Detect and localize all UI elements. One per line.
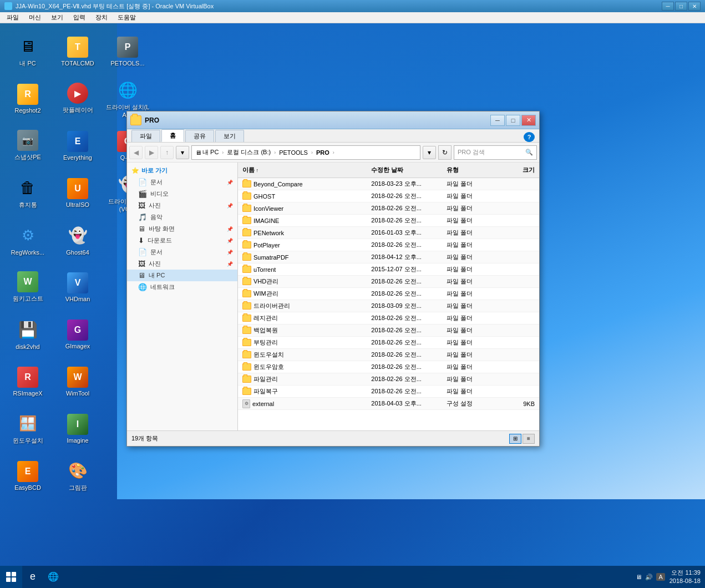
nav-dropdown-button[interactable]: ▾ xyxy=(423,146,436,159)
tree-item-photo2[interactable]: 🖼 사진 📌 xyxy=(127,258,237,270)
desktop-icon-regshot2[interactable]: R Regshot2 xyxy=(3,75,53,122)
col-header-date[interactable]: 수정한 날짜 xyxy=(367,166,442,174)
vbox-menu-help[interactable]: 도움말 xyxy=(113,12,140,23)
col-header-name[interactable]: 이름 xyxy=(238,166,367,174)
desktop-icon-everything[interactable]: E Everything xyxy=(53,122,103,169)
file-row-driver-mgmt[interactable]: 드라이버관리 2018-03-09 오전... 파일 폴더 xyxy=(238,300,539,312)
desktop-icon-easybcd[interactable]: E EasyBCD xyxy=(3,452,53,499)
file-row-backup[interactable]: 백업복원 2018-02-26 오전... 파일 폴더 xyxy=(238,325,539,337)
file-row-filemgmt[interactable]: 파일관리 2018-02-26 오전... 파일 폴더 xyxy=(238,373,539,386)
nav-up-button[interactable]: ↑ xyxy=(160,146,174,159)
desktop-icon-potplayer[interactable]: ▶ 팟플레이어 xyxy=(53,75,103,122)
file-name-registry: 레지관리 xyxy=(238,314,367,322)
vbox-menu-machine[interactable]: 머신 xyxy=(24,12,45,23)
desktop-icon-gimagex[interactable]: G GImagex xyxy=(53,311,103,358)
col-header-type[interactable]: 유형 xyxy=(442,166,496,174)
file-row-utorrent[interactable]: uTorrent 2015-12-07 오전... 파일 폴더 xyxy=(238,263,539,276)
vbox-maximize-button[interactable]: □ xyxy=(675,2,687,11)
explorer-maximize-button[interactable]: □ xyxy=(506,115,520,126)
desktop-icon-imagine[interactable]: I Imagine xyxy=(53,405,103,452)
file-row-imagine[interactable]: IMAGINE 2018-02-26 오전... 파일 폴더 xyxy=(238,215,539,227)
tree-item-desktop[interactable]: 🖥 바탕 화면 📌 xyxy=(127,223,237,235)
file-row-external[interactable]: ⚙ external 2018-04-03 오후... 구성 설정 9KB xyxy=(238,398,539,410)
tree-item-video[interactable]: 🎬 비디오 xyxy=(127,188,237,200)
ribbon-tab-share[interactable]: 공유 xyxy=(185,130,214,142)
vbox-title-area: JJA-Win10_X64_PE-Ⅶ.vhd 부팅 테스트 [실행 중] - O… xyxy=(4,2,214,11)
col-header-size[interactable]: 크기 xyxy=(496,166,539,174)
ribbon-tab-home[interactable]: 홈 xyxy=(161,129,184,142)
desktop-icon-wimkigo[interactable]: W 윔키고스트 xyxy=(3,263,53,311)
tree-item-download[interactable]: ⬇ 다운로드 📌 xyxy=(127,235,237,246)
desktop-icon-paint[interactable]: 🎨 그림판 xyxy=(53,452,103,499)
file-row-beyond-compare[interactable]: Beyond_Compare 2018-03-23 오후... 파일 폴더 xyxy=(238,178,539,190)
start-button[interactable] xyxy=(0,566,22,588)
tree-item-document1[interactable]: 📄 문서 📌 xyxy=(127,176,237,188)
wimkigo-label: 윔키고스트 xyxy=(13,295,43,303)
taskbar-right: 🖥 🔊 A 오전 11:39 2018-08-18 xyxy=(631,569,705,586)
file-row-iconviewer[interactable]: IconViewer 2018-02-26 오전... 파일 폴더 xyxy=(238,202,539,215)
explorer-statusbar: 19개 항목 ⊞ ≡ xyxy=(127,430,539,446)
folder-icon xyxy=(242,302,251,310)
explorer-close-button[interactable]: ✕ xyxy=(521,115,536,126)
tree-item-music[interactable]: 🎵 음악 xyxy=(127,211,237,223)
quick-access-header[interactable]: ⭐ 바로 가기 xyxy=(127,165,237,176)
desktop-icon-ghost64[interactable]: 👻 Ghost64 xyxy=(53,216,103,263)
file-row-wininstall[interactable]: 윈도우설치 2018-02-26 오전... 파일 폴더 xyxy=(238,349,539,361)
taskbar-item-ie[interactable]: e xyxy=(24,567,41,587)
desktop-icon-totalcmd[interactable]: T TOTALCMD xyxy=(53,28,103,75)
address-drive[interactable]: 로컬 디스크 (B:) xyxy=(227,148,271,156)
address-petools[interactable]: PETOOLS xyxy=(279,149,308,156)
file-type-external: 구성 설정 xyxy=(442,399,496,408)
file-date-external: 2018-04-03 오후... xyxy=(367,399,442,408)
desktop-icon-snappe[interactable]: 📷 스냅샷PE xyxy=(3,122,53,169)
address-bar[interactable]: 🖥 내 PC › 로컬 디스크 (B:) › PETOOLS › PRO › xyxy=(191,145,420,160)
desktop-icon-ultraiso[interactable]: U UltraISO xyxy=(53,169,103,216)
address-pro[interactable]: PRO xyxy=(316,149,329,156)
nav-forward-button[interactable]: ▶ xyxy=(145,146,158,159)
ribbon-tab-view[interactable]: 보기 xyxy=(215,130,244,142)
tree-item-document2[interactable]: 📄 문서 📌 xyxy=(127,246,237,258)
view-list-button[interactable]: ≡ xyxy=(523,434,535,444)
file-row-wim[interactable]: WIM관리 2018-02-26 오전... 파일 폴더 xyxy=(238,288,539,300)
vbox-menu-input[interactable]: 입력 xyxy=(69,12,90,23)
taskbar-item-network[interactable]: 🌐 xyxy=(42,567,64,587)
regworks-icon: ⚙ xyxy=(17,225,39,247)
file-row-ghost[interactable]: GHOST 2018-02-26 오전... 파일 폴더 xyxy=(238,190,539,202)
desktop-icon-regworks[interactable]: ⚙ RegWorks... xyxy=(3,216,53,263)
vbox-minimize-button[interactable]: ─ xyxy=(662,2,674,11)
search-bar[interactable]: PRO 검색 🔍 xyxy=(454,145,537,160)
folder-icon xyxy=(242,351,251,358)
tree-item-network[interactable]: 🌐 네트워크 xyxy=(127,281,237,293)
trash-label: 휴지통 xyxy=(19,201,37,209)
nav-recent-button[interactable]: ▾ xyxy=(176,146,189,159)
view-detail-button[interactable]: ⊞ xyxy=(509,434,521,444)
ribbon-tab-file[interactable]: 파일 xyxy=(131,130,160,142)
explorer-minimize-button[interactable]: ─ xyxy=(490,115,505,126)
file-row-winpassword[interactable]: 윈도우암호 2018-02-26 오전... 파일 폴더 xyxy=(238,361,539,373)
file-row-penetwork[interactable]: PENetwork 2016-01-03 오후... 파일 폴더 xyxy=(238,227,539,239)
file-row-registry[interactable]: 레지관리 2018-02-26 오전... 파일 폴더 xyxy=(238,312,539,325)
vbox-menu-view[interactable]: 보기 xyxy=(47,12,68,23)
tree-item-my-pc[interactable]: 🖥 내 PC xyxy=(127,270,237,281)
desktop-icon-winsetup[interactable]: 🪟 윈도우설치 xyxy=(3,405,53,452)
file-row-boot[interactable]: 부팅관리 2018-02-26 오전... 파일 폴더 xyxy=(238,337,539,349)
desktop-icon-disk2vhd[interactable]: 💾 disk2vhd xyxy=(3,311,53,358)
file-row-vhd[interactable]: VHD관리 2018-02-26 오전... 파일 폴더 xyxy=(238,276,539,288)
vbox-menu-file[interactable]: 파일 xyxy=(2,12,23,23)
desktop-icon-wimtool[interactable]: W WimTool xyxy=(53,358,103,405)
file-row-sumatra[interactable]: SumatraPDF 2018-04-12 오후... 파일 폴더 xyxy=(238,251,539,263)
desktop-icon-vhdman[interactable]: V VHDman xyxy=(53,263,103,311)
desktop-icon-petools[interactable]: P PETOOLS... xyxy=(103,28,153,75)
nav-refresh-button[interactable]: ↻ xyxy=(438,145,452,160)
file-row-potplayer[interactable]: PotPlayer 2018-02-26 오전... 파일 폴더 xyxy=(238,239,539,251)
desktop-icon-trash[interactable]: 🗑 휴지통 xyxy=(3,169,53,216)
nav-back-button[interactable]: ◀ xyxy=(129,146,143,159)
desktop-icon-rsimagex[interactable]: R RSImageX xyxy=(3,358,53,405)
vbox-menu-devices[interactable]: 장치 xyxy=(91,12,112,23)
address-pc[interactable]: 🖥 내 PC xyxy=(195,148,219,156)
file-row-filerecover[interactable]: 파일복구 2018-02-26 오전... 파일 폴더 xyxy=(238,386,539,398)
explorer-help-button[interactable]: ? xyxy=(524,132,535,142)
desktop-icon-my-pc[interactable]: 🖥 내 PC xyxy=(3,28,53,75)
tree-item-photo1[interactable]: 🖼 사진 📌 xyxy=(127,200,237,211)
vbox-close-button[interactable]: ✕ xyxy=(688,2,701,11)
